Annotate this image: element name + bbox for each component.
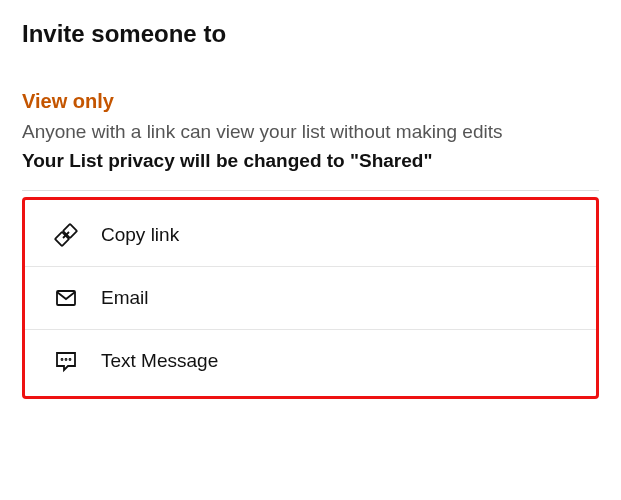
- svg-point-4: [62, 359, 63, 360]
- share-options-panel: Copy link Email Text Message: [22, 197, 599, 399]
- permission-level-heading: View only: [22, 90, 599, 113]
- option-copy-link[interactable]: Copy link: [25, 204, 596, 266]
- permission-description: Anyone with a link can view your list wi…: [22, 119, 599, 146]
- option-email[interactable]: Email: [25, 266, 596, 329]
- svg-point-5: [66, 359, 67, 360]
- privacy-change-notice: Your List privacy will be changed to "Sh…: [22, 150, 599, 172]
- option-label: Copy link: [101, 224, 179, 246]
- page-title: Invite someone to: [22, 20, 599, 48]
- message-icon: [53, 348, 79, 374]
- link-icon: [53, 222, 79, 248]
- divider: [22, 190, 599, 191]
- option-label: Email: [101, 287, 149, 309]
- option-label: Text Message: [101, 350, 218, 372]
- svg-point-6: [70, 359, 71, 360]
- option-text-message[interactable]: Text Message: [25, 329, 596, 392]
- email-icon: [53, 285, 79, 311]
